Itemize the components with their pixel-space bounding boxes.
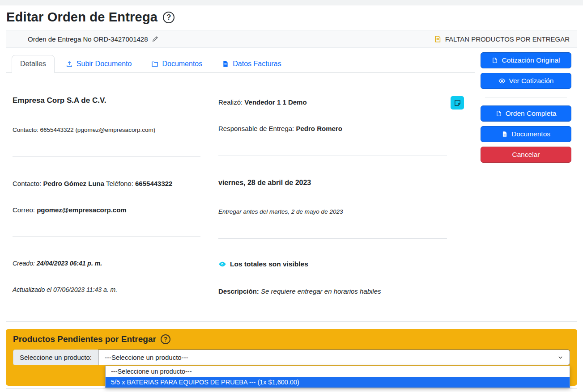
upload-icon [66, 60, 73, 67]
product-dropdown: ---Seleccione un producto--- 5/5 x BATER… [105, 366, 570, 388]
edit-pencil-icon[interactable] [152, 35, 159, 42]
note-button[interactable] [451, 96, 464, 110]
product-select-label: Seleccione un producto: [13, 350, 98, 365]
browser-strip [0, 0, 583, 5]
order-number-label: Orden de Entrega No ORD-3427001428 [28, 35, 148, 43]
divider [218, 156, 447, 156]
eye-icon [498, 77, 506, 84]
contact-phone: 6655443322 [135, 180, 172, 187]
ver-cotizacion-button[interactable]: Ver Cotización [481, 73, 571, 89]
delivery-date: viernes, 28 de abril de 2023 [218, 177, 447, 189]
document-icon [502, 131, 508, 137]
pdf-file-icon [496, 110, 502, 117]
divider [218, 238, 447, 239]
help-icon[interactable]: ? [161, 334, 170, 344]
sticky-note-icon [454, 99, 461, 107]
contact-email: pgomez@empresacorp.com [37, 206, 127, 214]
divider [13, 156, 200, 157]
product-option[interactable]: ---Seleccione un producto--- [106, 366, 570, 377]
delivery-responsible: Pedro Romero [296, 125, 342, 132]
product-select[interactable]: ---Seleccione un producto--- [98, 350, 570, 365]
help-icon[interactable]: ? [163, 12, 174, 23]
order-number-bar: Orden de Entrega No ORD-3427001428 FALTA… [6, 30, 577, 48]
eye-icon [218, 260, 226, 268]
cancelar-button[interactable]: Cancelar [481, 147, 571, 163]
company-contact: 6655443322 (pgomez@empresacorp.com) [40, 126, 156, 133]
product-option-highlighted[interactable]: 5/5 x BATERIAS PARA EQUIPOS DE PRUEBA --… [106, 377, 570, 388]
divider [13, 236, 200, 237]
tab-subir-documento[interactable]: Subir Documento [57, 55, 140, 73]
pending-document-icon [434, 35, 442, 43]
page-title: Editar Orden de Entrega [6, 10, 157, 25]
order-description: Se requiere entregar en horarios habiles [261, 287, 381, 295]
delivery-sheets-section: Hojas de Entrega Realizadas ? Nueva Hoja… [6, 388, 577, 392]
folder-icon [151, 60, 158, 67]
documentos-button[interactable]: Documentos [481, 126, 571, 142]
contact-name: Pedro Gómez Luna [43, 180, 104, 187]
updated-date: Actualizado el 07/06/2023 11:43 a. m. [13, 285, 200, 295]
chevron-down-icon [557, 354, 563, 360]
page-header: Editar Orden de Entrega ? [0, 5, 583, 30]
tab-detalles[interactable]: Detalles [12, 55, 55, 73]
created-date: 24/04/2023 06:41 p. m. [37, 260, 102, 267]
customer-info: Empresa Corp S.A de C.V. Contacto: 66554… [13, 80, 205, 312]
company-name: Empresa Corp S.A de C.V. [13, 96, 200, 105]
order-actions-sidebar: Cotización Original Ver Cotización Orden… [475, 48, 577, 321]
tab-datos-facturas[interactable]: Datos Facturas [213, 55, 289, 73]
deliver-before: Entregar antes del martes, 2 de mayo de … [218, 207, 447, 217]
order-status-text: FALTAN PRODUCTOS POR ENTREGAR [445, 35, 570, 43]
tab-bar: Detalles Subir Documento Documentos Dato… [6, 48, 475, 73]
tab-documentos[interactable]: Documentos [143, 55, 211, 73]
orden-completa-button[interactable]: Orden Completa [481, 105, 571, 122]
totals-visible-text: Los totales son visibles [230, 260, 308, 268]
realized-by: Vendedor 1 1 Demo [244, 98, 306, 106]
delivery-info: Realizó: Vendedor 1 1 Demo Responsable d… [205, 80, 451, 312]
pdf-file-icon [492, 57, 498, 63]
invoice-file-icon [222, 60, 229, 67]
divider [485, 97, 567, 97]
pending-products-title: Productos Pendientes por Entregar [13, 334, 156, 344]
cotizacion-original-button[interactable]: Cotización Original [481, 52, 571, 68]
pending-products-panel: Productos Pendientes por Entregar ? Sele… [6, 329, 577, 386]
order-detail-card: Detalles Subir Documento Documentos Dato… [6, 48, 577, 322]
